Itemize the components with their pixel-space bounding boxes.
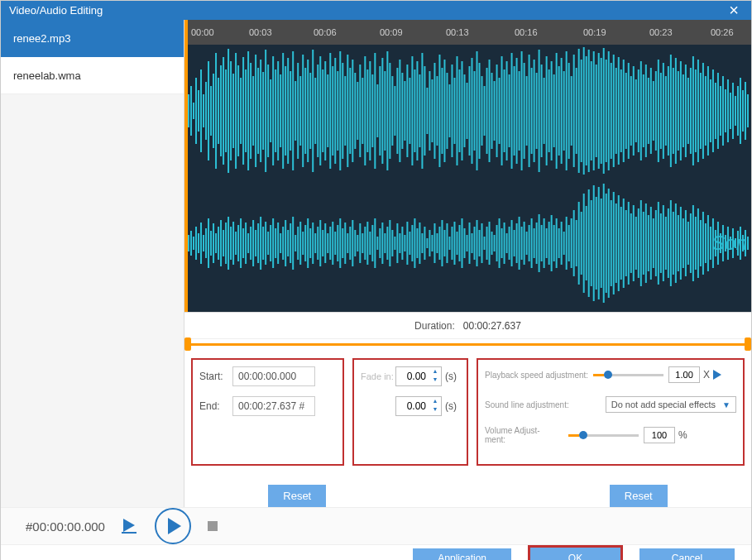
svg-rect-292 (352, 220, 353, 266)
svg-rect-305 (384, 233, 386, 253)
sidebar-item-file[interactable]: reneelab.wma (1, 57, 184, 94)
tick: 00:16 (515, 27, 538, 37)
svg-rect-309 (394, 237, 395, 250)
speed-slider[interactable] (593, 368, 663, 381)
svg-rect-253 (255, 230, 256, 256)
svg-rect-106 (451, 65, 453, 157)
svg-rect-206 (700, 73, 702, 149)
svg-rect-0 (188, 94, 189, 127)
svg-rect-368 (541, 225, 543, 261)
svg-rect-107 (453, 78, 455, 144)
svg-rect-246 (237, 225, 239, 261)
svg-rect-261 (275, 228, 276, 258)
svg-rect-354 (506, 233, 508, 253)
start-time-input[interactable] (232, 366, 315, 386)
svg-rect-259 (270, 225, 271, 261)
svg-rect-104 (446, 73, 448, 149)
volume-slider[interactable] (568, 428, 639, 442)
fade-out-spinner[interactable]: ▲ ▼ (395, 396, 442, 416)
svg-rect-209 (707, 66, 709, 156)
svg-rect-203 (692, 56, 694, 165)
svg-rect-318 (416, 228, 418, 258)
svg-rect-212 (715, 83, 716, 139)
svg-rect-388 (591, 200, 592, 286)
svg-rect-264 (282, 227, 284, 260)
play-button[interactable] (155, 508, 191, 544)
application-button[interactable]: Application (413, 548, 511, 560)
trim-handle-end[interactable] (745, 337, 751, 351)
end-time-input[interactable] (232, 396, 315, 416)
cancel-button[interactable]: Cancel (639, 548, 735, 560)
svg-rect-62 (342, 63, 343, 159)
svg-rect-268 (292, 217, 294, 270)
spinner-down-icon[interactable]: ▼ (429, 406, 441, 414)
timeline-ruler[interactable]: 00:00 00:03 00:06 00:09 00:13 00:16 00:1… (188, 20, 751, 45)
svg-rect-258 (267, 232, 269, 255)
reset-trim-button[interactable]: Reset (268, 485, 326, 507)
export-icon[interactable] (122, 519, 138, 534)
svg-rect-358 (516, 223, 518, 263)
fade-in-spinner[interactable]: ▲ ▼ (395, 366, 442, 386)
svg-rect-47 (304, 68, 306, 154)
effects-select[interactable]: Do not add special effects ▼ (606, 396, 736, 413)
svg-rect-273 (304, 225, 306, 261)
svg-rect-127 (504, 69, 505, 152)
svg-rect-181 (638, 69, 639, 152)
svg-rect-350 (496, 225, 498, 261)
svg-rect-420 (670, 200, 672, 286)
svg-rect-19 (235, 53, 237, 169)
play-preview-icon[interactable] (713, 370, 721, 380)
svg-rect-31 (265, 50, 266, 172)
controls-area: Start: End: Fade in: ▲ (184, 350, 751, 474)
svg-rect-83 (394, 86, 395, 136)
svg-rect-244 (232, 222, 234, 265)
svg-rect-157 (578, 49, 580, 173)
reset-fade-button[interactable]: Reset (610, 485, 668, 507)
effects-value: Do not add special effects (611, 400, 716, 409)
titlebar: Video/Audio Editing × (1, 1, 751, 20)
volume-value-input[interactable] (644, 427, 675, 443)
svg-rect-333 (453, 222, 455, 265)
svg-rect-30 (262, 72, 264, 150)
svg-rect-428 (690, 213, 692, 273)
svg-rect-249 (245, 223, 247, 264)
svg-rect-303 (379, 228, 381, 258)
effects-label: Sound line adjustment: (485, 400, 569, 409)
svg-rect-155 (573, 55, 575, 167)
svg-rect-225 (747, 94, 749, 127)
svg-rect-73 (369, 61, 371, 160)
svg-rect-162 (591, 61, 592, 160)
svg-rect-49 (309, 73, 311, 149)
svg-rect-29 (260, 60, 261, 162)
trim-slider[interactable] (184, 338, 751, 350)
window-title: Video/Audio Editing (9, 4, 725, 17)
svg-rect-77 (379, 66, 381, 156)
svg-rect-186 (650, 68, 652, 154)
svg-rect-168 (606, 60, 607, 162)
svg-rect-402 (625, 210, 627, 276)
svg-rect-93 (419, 74, 420, 147)
svg-rect-154 (571, 76, 572, 146)
svg-rect-236 (213, 223, 214, 263)
svg-rect-66 (352, 60, 353, 162)
svg-rect-56 (327, 74, 328, 147)
close-icon[interactable]: × (725, 1, 743, 20)
trim-handle-start[interactable] (184, 337, 191, 351)
svg-rect-430 (695, 217, 697, 270)
fade-out-input[interactable] (396, 397, 429, 415)
spinner-up-icon[interactable]: ▲ (429, 368, 441, 376)
spinner-down-icon[interactable]: ▼ (429, 376, 441, 385)
svg-rect-169 (608, 51, 610, 170)
speed-value-input[interactable] (668, 366, 700, 383)
spinner-up-icon[interactable]: ▲ (429, 398, 441, 406)
fade-in-input[interactable] (396, 367, 429, 385)
ok-button[interactable]: OK (528, 545, 623, 560)
svg-rect-163 (593, 51, 595, 170)
sidebar-item-file[interactable]: renee2.mp3 (1, 20, 184, 57)
stop-button[interactable] (208, 521, 218, 531)
svg-rect-366 (536, 223, 538, 264)
svg-rect-408 (640, 200, 642, 286)
svg-rect-252 (252, 220, 254, 266)
waveform-canvas[interactable]: Son (188, 45, 751, 309)
tick: 00:06 (314, 27, 337, 37)
